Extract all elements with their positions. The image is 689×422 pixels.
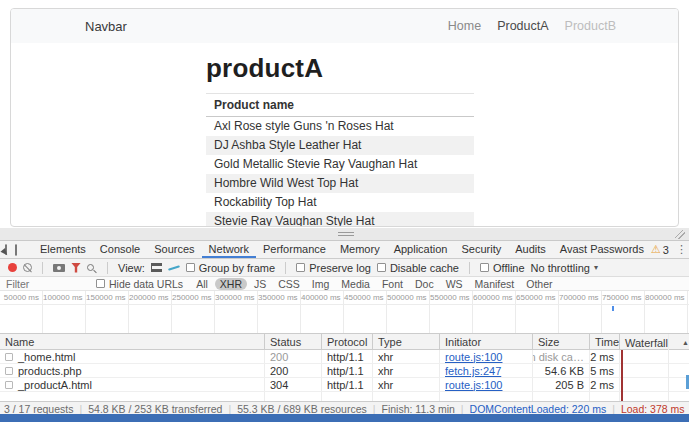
- nav-links: Home ProductA ProductB: [448, 19, 616, 33]
- tab-performance[interactable]: Performance: [256, 241, 333, 258]
- filter-input[interactable]: [0, 278, 96, 290]
- checkbox-icon[interactable]: [96, 279, 105, 288]
- request-waterfall: [620, 350, 689, 363]
- throttling-value: No throttling: [531, 262, 590, 274]
- request-row[interactable]: _home.html 200 http/1.1 xhr route.js:100…: [0, 350, 689, 364]
- column-type[interactable]: Type: [373, 334, 440, 349]
- network-statusbar: 3 / 17 requests 54.8 KB / 253 KB transfe…: [0, 401, 689, 415]
- request-name[interactable]: _productA.html: [0, 378, 265, 391]
- request-initiator: route.js:100: [440, 350, 533, 363]
- pill-font[interactable]: Font: [377, 278, 408, 290]
- offline-checkbox[interactable]: Offline: [480, 262, 525, 274]
- request-time: 75 ms: [590, 364, 620, 377]
- devtools-dock-separator[interactable]: [0, 228, 689, 240]
- tab-application[interactable]: Application: [387, 241, 455, 258]
- device-toolbar-icon[interactable]: [15, 244, 17, 256]
- initiator-link[interactable]: fetch.js:247: [445, 365, 501, 377]
- checkbox-icon[interactable]: [186, 263, 195, 272]
- timeline-overview[interactable]: 50000 ms 100000 ms 150000 ms 200000 ms 2…: [0, 291, 689, 334]
- checkbox-icon[interactable]: [296, 263, 305, 272]
- site-navbar: Navbar Home ProductA ProductB: [11, 9, 678, 43]
- pill-other[interactable]: Other: [521, 278, 557, 290]
- divider: [285, 262, 286, 274]
- network-table-header: Name Status Protocol Type Initiator Size…: [0, 334, 689, 350]
- tab-sources[interactable]: Sources: [147, 241, 201, 258]
- capture-screenshots-icon[interactable]: [53, 264, 65, 272]
- request-status: 200: [265, 364, 322, 377]
- request-waterfall: [620, 364, 689, 377]
- pill-css[interactable]: CSS: [273, 278, 305, 290]
- tab-security[interactable]: Security: [454, 241, 508, 258]
- product-table-header: Product name: [206, 94, 474, 117]
- column-size[interactable]: Size: [533, 334, 590, 349]
- devtools-tabbar: Elements Console Sources Network Perform…: [0, 241, 689, 259]
- column-time[interactable]: Time: [590, 334, 620, 349]
- requests-summary: 3 / 17 requests: [4, 403, 73, 415]
- overview-waterfall-icon[interactable]: [168, 263, 180, 272]
- filter-icon[interactable]: [71, 263, 81, 273]
- tab-avast-passwords[interactable]: Avast Passwords: [553, 241, 651, 258]
- timeline-label: 50000 ms: [0, 291, 43, 333]
- hide-data-urls-checkbox[interactable]: Hide data URLs: [96, 278, 183, 290]
- checkbox-icon[interactable]: [377, 263, 386, 272]
- divider: [107, 262, 108, 274]
- resize-grip-icon[interactable]: [675, 230, 685, 239]
- checkbox-icon[interactable]: [480, 263, 489, 272]
- initiator-link[interactable]: route.js:100: [445, 379, 502, 391]
- column-name[interactable]: Name: [0, 334, 265, 349]
- kebab-menu-icon[interactable]: ⋮: [676, 243, 687, 256]
- drag-handle-icon[interactable]: [338, 232, 354, 236]
- nav-link-productb[interactable]: ProductB: [565, 19, 616, 33]
- pill-all[interactable]: All: [191, 278, 213, 290]
- tabbar-right-controls: ⚠ 3 ⋮ ×: [651, 243, 689, 256]
- tab-memory[interactable]: Memory: [333, 241, 387, 258]
- page-content: productA Product name Axl Rose style Gun…: [11, 43, 678, 227]
- timeline-label: 550000 ms: [430, 291, 473, 333]
- preserve-log-checkbox[interactable]: Preserve log: [296, 262, 371, 274]
- tab-network[interactable]: Network: [202, 241, 256, 258]
- nav-link-producta[interactable]: ProductA: [497, 19, 548, 33]
- request-name[interactable]: products.php: [0, 364, 265, 377]
- chevron-down-icon: ▾: [594, 263, 598, 272]
- timeline-label: 350000 ms: [258, 291, 301, 333]
- divider: [42, 262, 43, 274]
- inspect-element-icon[interactable]: [5, 244, 7, 255]
- warning-icon: ⚠: [651, 243, 661, 256]
- column-initiator[interactable]: Initiator: [440, 334, 533, 349]
- disable-cache-checkbox[interactable]: Disable cache: [377, 262, 459, 274]
- pill-img[interactable]: Img: [307, 278, 335, 290]
- warning-badge[interactable]: ⚠ 3: [651, 243, 669, 256]
- request-row[interactable]: products.php 200 http/1.1 xhr fetch.js:2…: [0, 364, 689, 378]
- pill-manifest[interactable]: Manifest: [470, 278, 520, 290]
- pill-js[interactable]: JS: [249, 278, 271, 290]
- tab-console[interactable]: Console: [93, 241, 147, 258]
- timeline-label: 100000 ms: [43, 291, 86, 333]
- navbar-brand[interactable]: Navbar: [85, 19, 127, 34]
- search-icon[interactable]: [87, 264, 94, 271]
- column-waterfall[interactable]: Waterfall ▲: [620, 334, 689, 349]
- view-label: View:: [118, 262, 145, 274]
- request-size: (from disk ca…: [533, 350, 590, 363]
- network-toolbar: View: Group by frame Preserve log Disabl…: [0, 259, 689, 277]
- tab-elements[interactable]: Elements: [33, 241, 93, 258]
- pill-doc[interactable]: Doc: [410, 278, 439, 290]
- initiator-link[interactable]: route.js:100: [445, 351, 502, 363]
- tab-audits[interactable]: Audits: [508, 241, 553, 258]
- request-status: 200: [265, 350, 322, 363]
- nav-link-home[interactable]: Home: [448, 19, 481, 33]
- pill-media[interactable]: Media: [336, 278, 375, 290]
- column-status[interactable]: Status: [265, 334, 322, 349]
- filter-row: Hide data URLs All XHR JS CSS Img Media …: [0, 277, 689, 291]
- pill-xhr[interactable]: XHR: [215, 278, 247, 290]
- clear-icon[interactable]: [23, 263, 32, 272]
- list-view-icon[interactable]: [151, 263, 162, 272]
- throttling-dropdown[interactable]: No throttling ▾: [531, 262, 598, 274]
- pill-ws[interactable]: WS: [441, 278, 468, 290]
- column-protocol[interactable]: Protocol: [322, 334, 373, 349]
- request-row[interactable]: _productA.html 304 http/1.1 xhr route.js…: [0, 378, 689, 392]
- disable-cache-label: Disable cache: [390, 262, 459, 274]
- group-by-frame-checkbox[interactable]: Group by frame: [186, 262, 275, 274]
- record-icon[interactable]: [8, 263, 17, 272]
- request-type: xhr: [373, 364, 440, 377]
- request-name[interactable]: _home.html: [0, 350, 265, 363]
